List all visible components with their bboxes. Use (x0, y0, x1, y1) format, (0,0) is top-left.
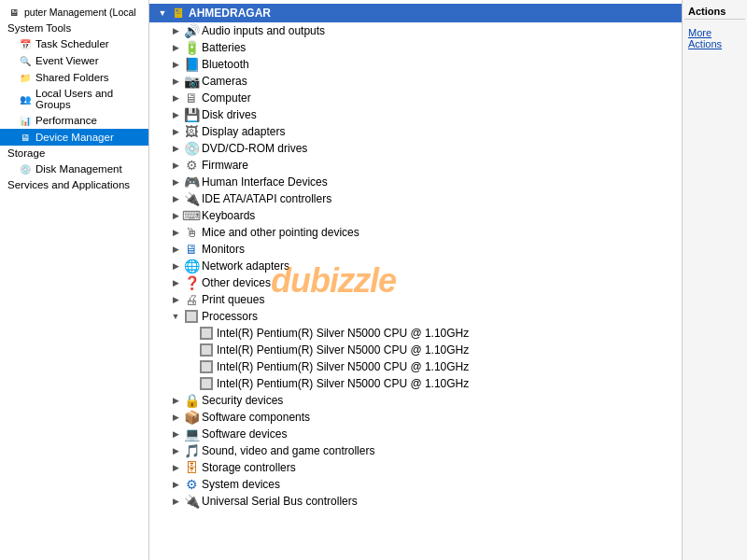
sidebar-item-disk-management[interactable]: 💿 Disk Management (0, 161, 148, 177)
tree-item-sound[interactable]: ▶ 🎵 Sound, video and game controllers (149, 442, 682, 459)
event-viewer-icon: 🔍 (19, 54, 32, 67)
tree-item-print-queues[interactable]: ▶ 🖨 Print queues (149, 291, 682, 308)
tree-item-cpu-2[interactable]: Intel(R) Pentium(R) Silver N5000 CPU @ 1… (149, 358, 682, 375)
sidebar-section-system-tools: System Tools (0, 21, 148, 35)
tree-item-audio[interactable]: ▶ 🔊 Audio inputs and outputs (149, 22, 682, 39)
dvd-expand-icon: ▶ (168, 141, 183, 156)
local-users-icon: 👥 (19, 92, 32, 105)
display-icon: 🖼 (183, 124, 200, 139)
tree-item-monitors[interactable]: ▶ 🖥 Monitors (149, 241, 682, 258)
tree-item-mice[interactable]: ▶ 🖱 Mice and other pointing devices (149, 224, 682, 241)
tree-item-cpu-3[interactable]: Intel(R) Pentium(R) Silver N5000 CPU @ 1… (149, 375, 682, 392)
sidebar-item-task-scheduler[interactable]: 📅 Task Scheduler (0, 35, 148, 52)
usb-label: Universal Serial Bus controllers (202, 495, 358, 508)
processors-label: Processors (202, 310, 258, 323)
sidebar-item-local-users[interactable]: 👥 Local Users and Groups (0, 86, 148, 112)
tree-item-bluetooth[interactable]: ▶ 📘 Bluetooth (149, 56, 682, 73)
cameras-expand-icon: ▶ (168, 74, 183, 89)
audio-icon: 🔊 (183, 23, 200, 38)
dvd-icon: 💿 (183, 141, 200, 156)
batteries-label: Batteries (202, 41, 246, 54)
tree-item-dvd[interactable]: ▶ 💿 DVD/CD-ROM drives (149, 140, 682, 157)
sidebar-item-event-viewer[interactable]: 🔍 Event Viewer (0, 52, 148, 69)
cameras-icon: 📷 (183, 74, 200, 89)
firmware-expand-icon: ▶ (168, 158, 183, 173)
storage-ctrl-label: Storage controllers (202, 461, 296, 474)
cpu0-label: Intel(R) Pentium(R) Silver N5000 CPU @ 1… (217, 327, 469, 340)
more-actions-button[interactable]: More Actions (684, 25, 745, 51)
system-icon: ⚙ (183, 477, 200, 492)
disk-drives-icon: 💾 (183, 107, 200, 122)
tree-item-cpu-1[interactable]: Intel(R) Pentium(R) Silver N5000 CPU @ 1… (149, 342, 682, 358)
tree-item-cameras[interactable]: ▶ 📷 Cameras (149, 73, 682, 90)
system-expand-icon: ▶ (168, 477, 183, 492)
cpu1-label: Intel(R) Pentium(R) Silver N5000 CPU @ 1… (217, 343, 469, 357)
mice-label: Mice and other pointing devices (202, 226, 359, 239)
keyboards-label: Keyboards (202, 209, 255, 222)
sw-devices-label: Software devices (202, 427, 287, 441)
cpu2-icon-spacer (183, 359, 198, 374)
performance-label: Performance (35, 115, 97, 126)
monitors-icon: 🖥 (183, 242, 200, 257)
shared-folders-label: Shared Folders (35, 72, 109, 83)
bluetooth-expand-icon: ▶ (168, 57, 183, 72)
tree-item-keyboards[interactable]: ▶ ⌨ Keyboards (149, 207, 682, 224)
tree-item-computer[interactable]: ▶ 🖥 Computer (149, 90, 682, 106)
sidebar-item-performance[interactable]: 📊 Performance (0, 112, 148, 129)
audio-label: Audio inputs and outputs (202, 24, 325, 37)
tree-item-cpu-0[interactable]: Intel(R) Pentium(R) Silver N5000 CPU @ 1… (149, 325, 682, 342)
tree-item-hid[interactable]: ▶ 🎮 Human Interface Devices (149, 174, 682, 190)
root-node[interactable]: ▼ 🖥 AHMEDRAGAR (149, 4, 682, 22)
sound-label: Sound, video and game controllers (202, 444, 374, 457)
cpu3-label: Intel(R) Pentium(R) Silver N5000 CPU @ 1… (217, 377, 469, 390)
batteries-icon: 🔋 (183, 40, 200, 55)
sidebar-item-computer-management[interactable]: 🖥 puter Management (Local (0, 4, 148, 21)
disk-drives-expand-icon: ▶ (168, 107, 183, 122)
storage-label: Storage (7, 147, 45, 159)
sidebar-item-device-manager[interactable]: 🖥 Device Manager (0, 129, 148, 146)
computer-expand-icon: ▶ (168, 91, 183, 105)
processors-expand-icon: ▼ (168, 309, 183, 324)
cpu0-icon (198, 326, 215, 341)
security-label: Security devices (202, 394, 283, 407)
tree-item-sw-devices[interactable]: ▶ 💻 Software devices (149, 426, 682, 442)
device-tree: ▼ 🖥 AHMEDRAGAR ▶ 🔊 Audio inputs and outp… (149, 0, 682, 513)
tree-item-processors[interactable]: ▼ Processors (149, 308, 682, 325)
sw-components-expand-icon: ▶ (168, 410, 183, 425)
performance-icon: 📊 (19, 114, 32, 127)
tree-item-other-devices[interactable]: ▶ ❓ Other devices (149, 274, 682, 291)
tree-item-firmware[interactable]: ▶ ⚙ Firmware (149, 157, 682, 174)
shared-folders-icon: 📁 (19, 71, 32, 84)
sw-components-label: Software components (202, 411, 310, 424)
tree-item-security[interactable]: ▶ 🔒 Security devices (149, 392, 682, 409)
root-label: AHMEDRAGAR (189, 7, 271, 20)
tree-item-display-adapters[interactable]: ▶ 🖼 Display adapters (149, 123, 682, 140)
cpu3-icon (198, 376, 215, 391)
tree-item-system-devices[interactable]: ▶ ⚙ System devices (149, 476, 682, 493)
sw-devices-icon: 💻 (183, 427, 200, 441)
hid-label: Human Interface Devices (202, 175, 328, 189)
tree-item-batteries[interactable]: ▶ 🔋 Batteries (149, 39, 682, 56)
sidebar-label: puter Management (Local (24, 7, 136, 18)
computer-device-icon: 🖥 (170, 6, 187, 21)
tree-item-disk-drives[interactable]: ▶ 💾 Disk drives (149, 106, 682, 123)
tree-item-storage-ctrl[interactable]: ▶ 🗄 Storage controllers (149, 459, 682, 476)
display-label: Display adapters (202, 125, 285, 138)
print-label: Print queues (202, 293, 264, 306)
sidebar-item-shared-folders[interactable]: 📁 Shared Folders (0, 69, 148, 86)
tree-item-network[interactable]: ▶ 🌐 Network adapters (149, 258, 682, 274)
ide-label: IDE ATA/ATAPI controllers (202, 192, 331, 205)
monitors-expand-icon: ▶ (168, 242, 183, 257)
device-tree-panel: ▼ 🖥 AHMEDRAGAR ▶ 🔊 Audio inputs and outp… (149, 0, 682, 560)
cameras-label: Cameras (202, 75, 247, 88)
tree-item-sw-components[interactable]: ▶ 📦 Software components (149, 409, 682, 426)
cpu3-icon-spacer (183, 376, 198, 391)
tree-item-usb[interactable]: ▶ 🔌 Universal Serial Bus controllers (149, 493, 682, 510)
computer-icon: 🖥 (7, 6, 21, 19)
tree-item-ide[interactable]: ▶ 🔌 IDE ATA/ATAPI controllers (149, 190, 682, 207)
firmware-label: Firmware (202, 159, 248, 172)
other-icon: ❓ (183, 275, 200, 290)
usb-expand-icon: ▶ (168, 494, 183, 509)
sound-icon: 🎵 (183, 443, 200, 458)
audio-expand-icon: ▶ (168, 23, 183, 38)
